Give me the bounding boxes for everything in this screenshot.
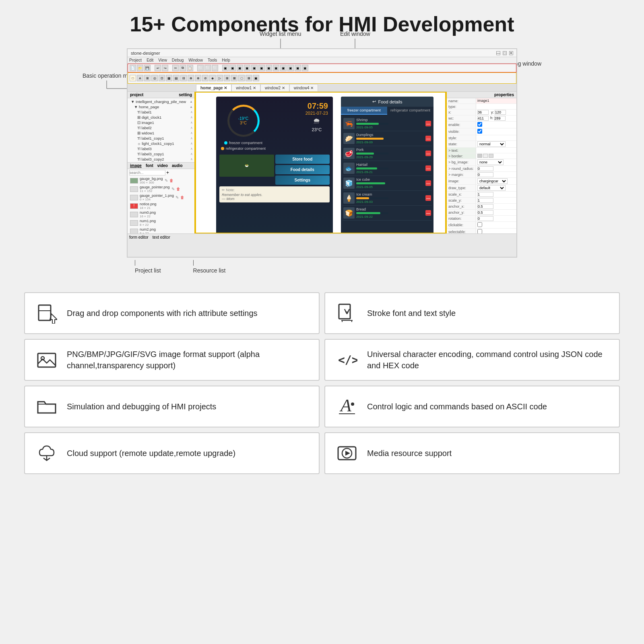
- prop-visible-checkbox[interactable]: [477, 129, 482, 134]
- hmi-btn-store-food[interactable]: Store food: [275, 155, 330, 164]
- hmi-btn-food-details[interactable]: Food details: [275, 165, 330, 174]
- fd-tab-freezer[interactable]: freezer compartment: [341, 107, 387, 115]
- tb2-b5[interactable]: ⊡: [159, 75, 165, 81]
- maximize-button[interactable]: □: [503, 51, 507, 55]
- prop-anchor-y-input[interactable]: [477, 210, 493, 215]
- res-item-notice[interactable]: ! notice.png 18 × 21: [129, 202, 193, 210]
- fd-tab-fridge[interactable]: refrigerator compartment: [387, 107, 433, 115]
- tab-home-page[interactable]: home_page ✕: [196, 84, 231, 91]
- prop-text-value[interactable]: [476, 148, 516, 153]
- prop-y-input[interactable]: [495, 110, 506, 115]
- tb2-b6[interactable]: ▦: [166, 75, 172, 81]
- res-item-num2[interactable]: num2.png 8 × 22: [129, 227, 193, 233]
- res-item-gauge-ptr[interactable]: gauge_pointer.png 11 × 152 ✎ 🗑: [129, 185, 193, 193]
- tb-undo[interactable]: ↩: [155, 65, 161, 71]
- tb-save[interactable]: 💾: [144, 65, 151, 71]
- tb-cut[interactable]: ✂: [172, 65, 179, 71]
- tree-label3[interactable]: Tl label3∧: [128, 146, 194, 151]
- res-item-gauge-ptr1[interactable]: gauge_pointer_1.png 0 × 154 ✎ 🗑: [129, 193, 193, 202]
- tab-window4[interactable]: window4 ✕: [289, 84, 318, 91]
- tb2-b1[interactable]: □: [130, 75, 136, 81]
- prop-draw-type-select[interactable]: default: [477, 185, 506, 191]
- prop-name-value[interactable]: image1: [476, 98, 516, 103]
- tb-b9[interactable]: ▣: [280, 65, 287, 71]
- prop-h-input[interactable]: [494, 116, 506, 121]
- fd-delete-button[interactable]: —: [425, 195, 431, 201]
- prop-enable-checkbox[interactable]: [477, 122, 482, 127]
- prop-bg-image-select[interactable]: none: [477, 159, 504, 165]
- tb2-b14[interactable]: ⊞: [224, 75, 230, 81]
- tree-label3-c2[interactable]: Tl label3_copy2∧: [128, 157, 194, 162]
- res-item-num0[interactable]: num0.png 16 × 22: [129, 210, 193, 219]
- tree-label1[interactable]: Tl label1∧: [128, 109, 194, 115]
- tb-b6[interactable]: ▣: [258, 65, 265, 71]
- prop-anchor-x-input[interactable]: [477, 204, 493, 209]
- res-tab-audio[interactable]: audio: [172, 163, 183, 168]
- tab-form-editor[interactable]: form editor: [129, 235, 149, 239]
- res-item-gauge-bg[interactable]: gauge_bg.png 300 × 300 ✎ 🗑: [129, 176, 193, 185]
- menu-edit[interactable]: Edit: [147, 58, 153, 62]
- res-item-num1[interactable]: num1.png 8 × 22: [129, 219, 193, 227]
- tb-redo[interactable]: ↪: [162, 65, 168, 71]
- tb2-b11[interactable]: ⊘: [202, 75, 208, 81]
- tb2-b9[interactable]: ⊕: [188, 75, 194, 81]
- tb-b8[interactable]: ▣: [273, 65, 279, 71]
- tree-widow1[interactable]: ⊞ widow1∧: [128, 130, 194, 136]
- tb2-b15[interactable]: ⊠: [231, 75, 237, 81]
- prop-style-value[interactable]: [476, 135, 516, 140]
- tb2-b2[interactable]: A: [137, 75, 143, 81]
- fd-delete-button[interactable]: —: [425, 151, 431, 156]
- hmi-btn-settings[interactable]: Settings: [275, 175, 330, 185]
- prop-image-select[interactable]: chargingcar: [477, 178, 508, 184]
- add-resource-button[interactable]: +: [166, 170, 169, 175]
- res-tab-video[interactable]: video: [157, 163, 168, 168]
- tb-b3[interactable]: ▣: [237, 65, 243, 71]
- res-tab-font[interactable]: font: [146, 163, 153, 168]
- minimize-button[interactable]: —: [496, 51, 500, 55]
- tree-home-page[interactable]: ▼ home_page ▲: [128, 104, 194, 109]
- tb-b12[interactable]: ▣: [302, 65, 308, 71]
- prop-scale-x-input[interactable]: [477, 192, 493, 197]
- prop-x-input[interactable]: [477, 110, 489, 115]
- tb-b5[interactable]: ▣: [251, 65, 258, 71]
- prop-margin-input[interactable]: [477, 172, 493, 177]
- fd-delete-button[interactable]: —: [425, 180, 431, 186]
- tab-window2[interactable]: window2 ✕: [260, 84, 289, 91]
- tb2-b3[interactable]: ⊞: [144, 75, 151, 81]
- prop-selectable-checkbox[interactable]: [477, 229, 482, 233]
- tree-label3-c1[interactable]: Tl label3_copy1∧: [128, 151, 194, 157]
- tb-b10[interactable]: ▣: [287, 65, 294, 71]
- tb2-b8[interactable]: ⊟: [180, 75, 187, 81]
- menu-tools[interactable]: Tools: [208, 58, 217, 62]
- menu-view[interactable]: View: [158, 58, 167, 62]
- prop-w-input[interactable]: [477, 116, 489, 121]
- tb-align-r[interactable]: ⬜: [212, 65, 218, 71]
- tb-new[interactable]: 📄: [130, 65, 136, 71]
- menu-project[interactable]: Project: [129, 58, 142, 62]
- res-item-del-icon[interactable]: 🗑: [169, 178, 173, 183]
- tb-align-l[interactable]: ⬜: [197, 65, 204, 71]
- tree-label1-copy1[interactable]: Tl label1_copy1∧: [128, 136, 194, 141]
- fd-delete-button[interactable]: —: [425, 165, 431, 171]
- prop-rotation-input[interactable]: [477, 216, 493, 221]
- tree-light-clock[interactable]: ☼ light_clock1_copy1∧: [128, 141, 194, 146]
- res-item2-edit-icon[interactable]: ✎: [171, 187, 175, 191]
- tb2-b17[interactable]: ⊞: [246, 75, 252, 81]
- tree-image1[interactable]: ⊡ image1∧: [128, 120, 194, 125]
- menu-window[interactable]: Window: [188, 58, 203, 62]
- tree-label2[interactable]: Tl label2∧: [128, 125, 194, 130]
- prop-state-select[interactable]: normal: [477, 141, 506, 147]
- tb-open[interactable]: 📁: [137, 65, 143, 71]
- res-tab-image[interactable]: image: [130, 163, 142, 168]
- res-search-input[interactable]: [129, 170, 165, 175]
- tb-b7[interactable]: ▣: [266, 65, 272, 71]
- res-item3-edit-icon[interactable]: ✎: [175, 195, 179, 200]
- tb2-b4[interactable]: ◎: [151, 75, 158, 81]
- res-item-edit-icon[interactable]: ✎: [165, 178, 168, 183]
- tab-window1[interactable]: window1 ✕: [231, 84, 260, 91]
- tb-b1[interactable]: ▣: [222, 65, 229, 71]
- res-item3-del-icon[interactable]: 🗑: [180, 195, 184, 200]
- close-button[interactable]: ✕: [509, 51, 513, 55]
- tb2-b12[interactable]: ◈: [209, 75, 216, 81]
- tb-b2[interactable]: ▣: [229, 65, 236, 71]
